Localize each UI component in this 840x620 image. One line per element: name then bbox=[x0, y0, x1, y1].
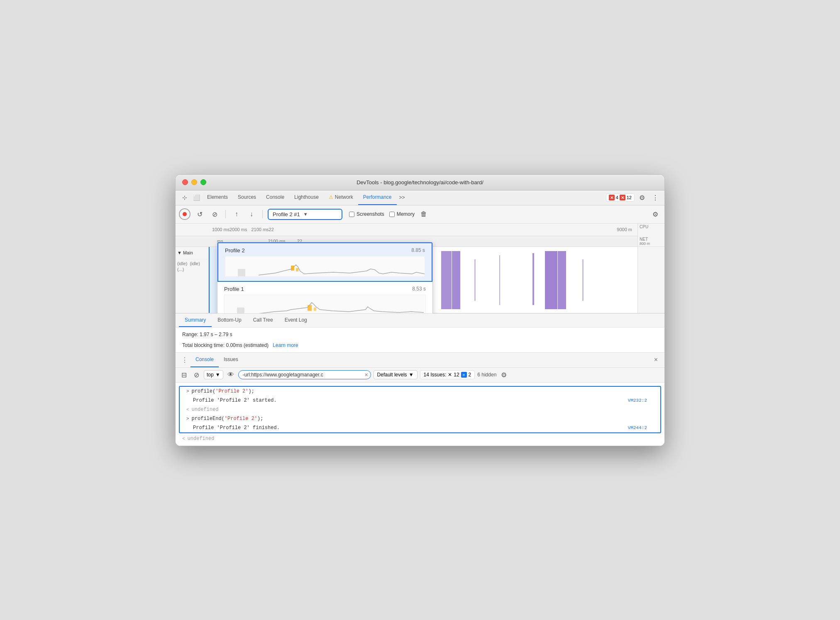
inspect-icon[interactable]: ⊹ bbox=[179, 192, 190, 203]
tab-summary[interactable]: Summary bbox=[179, 314, 212, 327]
issues-info-icon: ≡ bbox=[461, 372, 467, 378]
eye-icon[interactable]: 👁 bbox=[226, 370, 236, 380]
upload-icon[interactable]: ↑ bbox=[231, 208, 242, 220]
main-label: ▼ Main bbox=[176, 247, 208, 259]
tab-console[interactable]: Console bbox=[261, 190, 289, 205]
console-close-button[interactable]: × bbox=[651, 356, 661, 364]
cpu-label: CPU bbox=[638, 224, 664, 230]
line3-text: undefined bbox=[192, 406, 219, 413]
tab-lighthouse[interactable]: Lighthouse bbox=[289, 190, 324, 205]
line1-text: profile('Profile 2'); bbox=[192, 388, 254, 395]
idle-labels: (idle) (idle) bbox=[176, 259, 208, 266]
sidebar-toggle-icon[interactable]: ⊟ bbox=[179, 370, 189, 380]
minimize-button[interactable] bbox=[191, 179, 197, 185]
tab-event-log[interactable]: Event Log bbox=[279, 314, 313, 327]
context-dropdown[interactable]: top ▼ bbox=[204, 370, 223, 379]
download-icon[interactable]: ↓ bbox=[246, 208, 257, 220]
arrow-icon-2: < bbox=[186, 406, 189, 413]
svg-rect-12 bbox=[532, 253, 534, 305]
levels-dropdown[interactable]: Default levels ▼ bbox=[374, 370, 418, 379]
cpu-panel bbox=[637, 247, 664, 313]
ellipsis-label: (...) bbox=[176, 266, 208, 273]
console-header: ⋮ Console Issues × bbox=[176, 353, 664, 368]
memory-checkbox[interactable]: Memory bbox=[389, 211, 415, 217]
tab-network[interactable]: Network bbox=[324, 190, 358, 205]
profile1-chart bbox=[225, 295, 425, 313]
console-settings-icon[interactable]: ⚙ bbox=[499, 370, 509, 380]
record-dot bbox=[183, 212, 187, 216]
profile-dropdown-menu: Profile 2 8.85 s Profil bbox=[217, 242, 433, 313]
console-outlined-block: > profile('Profile 2'); Profile 'Profile… bbox=[179, 386, 661, 433]
tab-sources[interactable]: Sources bbox=[233, 190, 261, 205]
tab-overflow[interactable]: >> bbox=[397, 195, 408, 200]
dropdown-item-profile1[interactable]: Profile 1 8.53 s bbox=[217, 282, 432, 313]
clear-icon[interactable]: ⊘ bbox=[209, 208, 220, 220]
trash-button[interactable]: 🗑 bbox=[418, 208, 430, 220]
tab-elements[interactable]: Elements bbox=[202, 190, 233, 205]
svg-rect-19 bbox=[237, 308, 244, 313]
console-line-1: > profile('Profile 2'); bbox=[180, 387, 660, 396]
learn-more-link[interactable]: Learn more bbox=[273, 342, 298, 348]
tab-call-tree[interactable]: Call Tree bbox=[247, 314, 279, 327]
issues-count-badge[interactable]: 14 Issues: ✕ 12 ≡ 2 bbox=[420, 370, 475, 379]
summary-panel: Summary Bottom-Up Call Tree Event Log Ra… bbox=[176, 313, 664, 352]
console-toolbar: ⊟ ⊘ top ▼ 👁 -url:https://www.googletagma… bbox=[176, 368, 664, 383]
performance-toolbar: ↺ ⊘ ↑ ↓ Profile 2 #1 ▼ Screenshots Memor… bbox=[176, 205, 664, 224]
line2-text: Profile 'Profile 2' started. bbox=[193, 397, 277, 404]
svg-rect-18 bbox=[296, 268, 298, 271]
divider2 bbox=[262, 210, 263, 218]
filter-clear-icon[interactable]: × bbox=[364, 371, 368, 378]
console-tab-issues[interactable]: Issues bbox=[219, 352, 243, 367]
record-button[interactable] bbox=[179, 208, 190, 220]
checkbox-group: Screenshots Memory bbox=[349, 211, 415, 217]
tab-performance[interactable]: Performance bbox=[358, 190, 397, 205]
console-line-3: < undefined bbox=[180, 405, 660, 414]
arrow-icon-3: > bbox=[186, 415, 189, 422]
screenshots-checkbox[interactable]: Screenshots bbox=[349, 211, 384, 217]
devtools-tab-bar: ⊹ ⬜ Elements Sources Console Lighthouse … bbox=[176, 190, 664, 205]
tab-right-controls: ✕ 4 ✕ 12 ⚙ ⋮ bbox=[606, 192, 661, 203]
console-line-4: > profileEnd('Profile 2'); bbox=[180, 414, 660, 423]
vm-link-2[interactable]: VM244:2 bbox=[628, 424, 654, 432]
settings-icon[interactable]: ⚙ bbox=[636, 192, 648, 203]
perf-settings-icon[interactable]: ⚙ bbox=[650, 208, 661, 220]
console-line-6: < undefined bbox=[176, 434, 664, 443]
blocking-text: Total blocking time: 0.00ms (estimated) … bbox=[182, 342, 658, 348]
device-icon[interactable]: ⬜ bbox=[190, 192, 202, 203]
svg-rect-10 bbox=[474, 259, 476, 301]
timeline-ruler: 1000 ms 2000 ms 2100 ms 22 9000 m CPU bbox=[176, 224, 664, 236]
console-tab-console[interactable]: Console bbox=[190, 352, 219, 367]
profile1-preview bbox=[224, 295, 426, 313]
divider bbox=[225, 210, 226, 218]
refresh-icon[interactable]: ↺ bbox=[194, 208, 205, 220]
title-bar: DevTools - blog.google/technology/ai/cod… bbox=[176, 175, 664, 190]
context-dropdown-arrow-icon: ▼ bbox=[215, 372, 220, 378]
svg-rect-14 bbox=[558, 251, 566, 309]
range-text: Range: 1.97 s – 2.79 s bbox=[182, 332, 658, 337]
svg-rect-15 bbox=[582, 259, 584, 301]
maximize-button[interactable] bbox=[200, 179, 206, 185]
profile-dropdown[interactable]: Profile 2 #1 ▼ bbox=[268, 209, 342, 220]
vm-link-1[interactable]: VM232:2 bbox=[628, 397, 654, 404]
line6-text: undefined bbox=[188, 435, 215, 442]
console-menu-icon[interactable]: ⋮ bbox=[179, 356, 190, 364]
dropdown-item-profile2[interactable]: Profile 2 8.85 s bbox=[217, 242, 432, 282]
filter-input[interactable]: -url:https://www.googletagmanager.c × bbox=[238, 370, 371, 379]
console-line-2: Profile 'Profile 2' started. VM232:2 bbox=[180, 396, 660, 405]
close-button[interactable] bbox=[182, 179, 188, 185]
console-panel: ⋮ Console Issues × ⊟ ⊘ top ▼ 👁 -url:http… bbox=[176, 352, 664, 446]
block-icon[interactable]: ⊘ bbox=[191, 370, 201, 380]
arrow-icon-1: > bbox=[186, 388, 189, 395]
traffic-lights bbox=[182, 179, 206, 185]
arrow-icon-4: < bbox=[182, 435, 185, 442]
svg-rect-20 bbox=[308, 305, 312, 311]
tab-bottom-up[interactable]: Bottom-Up bbox=[212, 314, 247, 327]
more-options-icon[interactable]: ⋮ bbox=[650, 192, 661, 203]
line4-text: profileEnd('Profile 2'); bbox=[192, 415, 264, 422]
svg-rect-8 bbox=[441, 251, 452, 309]
dropdown-arrow-icon: ▼ bbox=[303, 212, 308, 217]
svg-rect-13 bbox=[545, 251, 557, 309]
errors-badge[interactable]: ✕ 4 ✕ 12 bbox=[606, 193, 635, 202]
summary-tabs: Summary Bottom-Up Call Tree Event Log bbox=[176, 314, 664, 327]
line5-text: Profile 'Profile 2' finished. bbox=[193, 424, 280, 432]
